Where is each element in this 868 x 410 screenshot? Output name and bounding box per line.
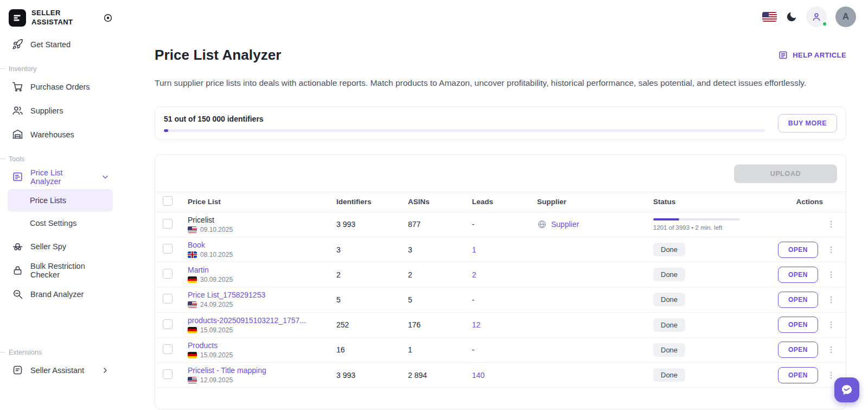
help-article-link[interactable]: HELP ARTICLE: [778, 50, 846, 60]
language-flag-icon[interactable]: [762, 12, 777, 22]
upload-date: 15.09.2025: [200, 351, 233, 359]
sidebar-subitem-cost-settings[interactable]: Cost Settings: [8, 212, 113, 235]
kebab-menu-icon[interactable]: [826, 270, 836, 280]
status-badge: Done: [653, 293, 685, 306]
asins-value: 2: [408, 270, 472, 279]
table-row: Products 15.09.2025 16 1 - Done OPEN: [155, 338, 846, 363]
column-header-leads: Leads: [472, 198, 537, 206]
upload-button[interactable]: UPLOAD: [734, 165, 837, 183]
leads-link[interactable]: 12: [472, 320, 481, 329]
price-list-link[interactable]: products-20250915103212_1757...: [188, 316, 323, 325]
leads-link[interactable]: 2: [472, 270, 476, 279]
column-header-supplier: Supplier: [537, 198, 653, 206]
price-list-icon: [12, 171, 23, 182]
row-checkbox[interactable]: [163, 269, 173, 279]
column-header-price-list: Price List: [188, 198, 336, 206]
brand-name-line2: ASSISTANT: [31, 18, 73, 26]
column-header-status: Status: [653, 198, 788, 206]
identifiers-value: 3 993: [336, 371, 408, 380]
sidebar-item-seller-spy[interactable]: Seller Spy: [8, 235, 114, 258]
table-row: Price List_1758291253 24.09.2025 5 5 - D…: [155, 287, 846, 312]
asins-value: 3: [408, 245, 472, 254]
supplier-link[interactable]: Supplier: [551, 220, 579, 229]
identifiers-value: 16: [336, 345, 408, 354]
sidebar-item-seller-assistant-extension[interactable]: Seller Assistant: [8, 358, 114, 382]
open-button[interactable]: OPEN: [778, 367, 818, 383]
account-button[interactable]: [806, 7, 827, 27]
row-checkbox[interactable]: [163, 219, 173, 229]
price-list-link[interactable]: Pricelist - Title mapping: [188, 366, 323, 375]
country-flag-icon: [188, 327, 197, 333]
moon-icon[interactable]: [786, 11, 797, 23]
open-button[interactable]: OPEN: [778, 267, 818, 283]
kebab-menu-icon[interactable]: [826, 345, 836, 355]
open-button[interactable]: OPEN: [778, 242, 818, 258]
row-checkbox[interactable]: [163, 344, 173, 354]
table-row: Martin 30.09.2025 2 2 2 Done OPEN: [155, 262, 846, 287]
sidebar-item-warehouses[interactable]: Warehouses: [8, 123, 114, 147]
app-window: SELLER ASSISTANT Get Started Inventory P…: [0, 0, 868, 410]
chat-launcher-button[interactable]: [834, 377, 859, 402]
price-list-link[interactable]: Book: [188, 241, 323, 249]
kebab-menu-icon[interactable]: [826, 219, 836, 229]
avatar[interactable]: A: [835, 7, 856, 27]
leads-value: -: [472, 345, 537, 354]
open-button[interactable]: OPEN: [778, 292, 818, 308]
sidebar-item-get-started[interactable]: Get Started: [8, 33, 114, 56]
row-checkbox[interactable]: [163, 369, 173, 379]
collapse-target-icon[interactable]: [103, 13, 113, 23]
brand-name-line1: SELLER: [31, 9, 61, 17]
spy-icon: [12, 241, 23, 252]
sidebar-item-suppliers[interactable]: Suppliers: [8, 99, 114, 123]
sidebar-item-bulk-restriction-checker[interactable]: Bulk Restriction Checker: [8, 258, 114, 282]
select-all-checkbox[interactable]: [163, 196, 173, 206]
asins-value: 2 894: [408, 371, 472, 380]
page-title: Price List Analyzer: [155, 47, 282, 64]
status-badge: Done: [653, 368, 685, 382]
table-header-row: Price List Identifiers ASINs Leads Suppl…: [155, 192, 846, 212]
row-checkbox[interactable]: [163, 294, 173, 304]
sidebar-item-price-list-analyzer[interactable]: Price List Analyzer: [8, 165, 114, 189]
price-list-link[interactable]: Martin: [188, 266, 323, 274]
kebab-menu-icon[interactable]: [826, 245, 836, 255]
row-checkbox[interactable]: [163, 244, 173, 254]
price-lists-panel: UPLOAD Price List Identifiers ASINs Lead…: [155, 154, 846, 409]
topbar: A: [762, 7, 856, 27]
leads-link[interactable]: 140: [472, 371, 484, 380]
status-badge: Done: [653, 243, 685, 256]
sidebar-subitem-price-lists[interactable]: Price Lists: [8, 189, 113, 212]
avatar-initial: A: [843, 11, 849, 22]
asins-value: 1: [408, 345, 472, 354]
sidebar-item-label: Purchase Orders: [30, 83, 90, 91]
country-flag-icon: [188, 377, 197, 383]
sidebar-item-purchase-orders[interactable]: Purchase Orders: [8, 75, 114, 99]
leads-link[interactable]: 1: [472, 245, 476, 254]
online-status-dot: [822, 21, 827, 27]
brand-header: SELLER ASSISTANT: [8, 7, 114, 33]
asins-value: 877: [408, 220, 472, 229]
sidebar-item-label: Cost Settings: [30, 219, 76, 228]
open-button[interactable]: OPEN: [778, 317, 818, 333]
price-list-name: Pricelist: [188, 216, 323, 224]
rocket-icon: [12, 39, 23, 50]
upload-date: 09.10.2025: [200, 226, 233, 234]
country-flag-icon: [188, 276, 197, 283]
section-label-tools: Tools: [0, 155, 114, 163]
kebab-menu-icon[interactable]: [826, 370, 836, 380]
price-list-link[interactable]: Price List_1758291253: [188, 291, 323, 299]
upload-date: 30.09.2025: [200, 276, 233, 283]
users-icon: [12, 105, 23, 116]
sidebar-item-label: Price List Analyzer: [30, 168, 94, 186]
asins-value: 176: [408, 320, 472, 329]
leads-value: -: [472, 220, 537, 229]
row-checkbox[interactable]: [163, 319, 173, 329]
kebab-menu-icon[interactable]: [826, 295, 836, 305]
lock-icon: [12, 264, 23, 276]
buy-more-button[interactable]: BUY MORE: [778, 114, 837, 133]
kebab-menu-icon[interactable]: [826, 320, 836, 330]
price-list-link[interactable]: Products: [188, 341, 323, 350]
open-button[interactable]: OPEN: [778, 342, 818, 358]
identifiers-value: 3: [336, 245, 408, 254]
sidebar-item-brand-analyzer[interactable]: Brand Analyzer: [8, 282, 114, 306]
table-row: Pricelist - Title mapping 12.09.2025 3 9…: [155, 363, 846, 388]
